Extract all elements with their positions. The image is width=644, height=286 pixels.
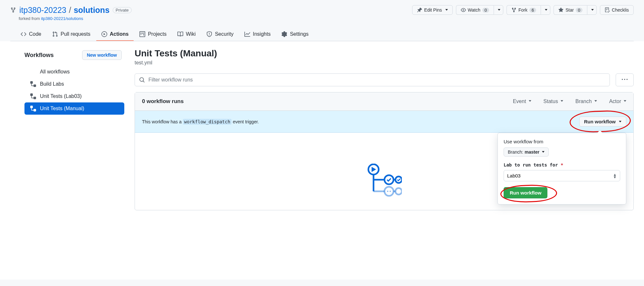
checklist-icon	[605, 7, 610, 13]
workflow-graph-icon	[366, 164, 402, 197]
sidebar-item-unit-tests-manual[interactable]: Unit Tests (Manual)	[24, 102, 124, 115]
search-icon	[139, 77, 145, 83]
graph-icon	[244, 31, 250, 37]
sidebar-item-label: Build Labs	[40, 81, 64, 87]
svg-point-8	[384, 187, 393, 196]
watch-label: Watch	[468, 7, 480, 13]
forked-from-link[interactable]: itp380-20221/solutions	[41, 16, 83, 21]
repo-slash: /	[69, 5, 71, 15]
star-icon	[558, 7, 564, 13]
run-workflow-button[interactable]: Run workflow	[579, 117, 626, 127]
private-badge: Private	[113, 7, 131, 13]
caret-down-icon	[497, 7, 500, 13]
runs-count: 0 workflow runs	[142, 98, 184, 105]
dispatch-banner: This workflow has a workflow_dispatch ev…	[135, 111, 633, 133]
watch-menu-button[interactable]	[494, 5, 503, 15]
workflow-icon	[30, 106, 36, 111]
git-pull-request-icon	[52, 31, 58, 37]
repo-title-row: itp380-20223 / solutions Private Edit Pi…	[10, 5, 634, 15]
lab-input-label: Lab to run tests for *	[504, 162, 620, 167]
branch-name: master	[525, 149, 539, 155]
repo-forked-icon	[511, 7, 516, 13]
repo-name-link[interactable]: solutions	[74, 5, 109, 15]
filter-event[interactable]: Event	[513, 99, 531, 104]
fork-label: Fork	[518, 7, 527, 13]
watch-button[interactable]: Watch 0	[456, 5, 494, 15]
workflow-title: Unit Tests (Manual)	[135, 48, 634, 59]
checklist-label: Checklis	[612, 7, 629, 13]
code-icon	[21, 31, 26, 37]
eye-icon	[461, 7, 466, 13]
shield-icon	[206, 31, 212, 37]
main-content: Unit Tests (Manual) test.yml 0 workflow …	[126, 41, 644, 280]
tab-wiki[interactable]: Wiki	[172, 28, 201, 41]
sidebar-item-all-workflows[interactable]: All workflows	[24, 66, 124, 78]
sidebar-item-unit-tests-lab03[interactable]: Unit Tests (Lab03)	[24, 90, 124, 102]
workflow-file: test.yml	[135, 60, 634, 66]
repo-owner-link[interactable]: itp380-20223	[19, 5, 66, 15]
tab-code[interactable]: Code	[15, 28, 46, 41]
star-label: Star	[565, 7, 574, 13]
svg-point-9	[387, 191, 388, 192]
new-workflow-button[interactable]: New workflow	[82, 50, 122, 60]
sidebar-item-build-labs[interactable]: Build Labs	[24, 78, 124, 90]
tab-actions[interactable]: Actions	[96, 28, 134, 41]
tab-pull-requests[interactable]: Pull requests	[47, 28, 96, 41]
filter-actor[interactable]: Actor	[609, 99, 626, 104]
run-workflow-submit-button[interactable]: Run workflow	[504, 187, 547, 198]
workflows-heading: Workflows	[24, 52, 54, 59]
more-options-button[interactable]	[616, 73, 634, 86]
workflows-sidebar: Workflows New workflow All workflows Bui…	[0, 41, 126, 280]
project-icon	[139, 31, 145, 37]
workflow-icon	[30, 81, 36, 87]
fork-button[interactable]: Fork 6	[507, 5, 541, 15]
forked-from: forked from itp380-20221/solutions	[10, 16, 634, 21]
star-count: 0	[576, 8, 582, 13]
svg-marker-1	[372, 167, 376, 172]
select-caret-icon: ▲▼	[610, 173, 620, 178]
caret-down-icon	[544, 7, 547, 13]
book-icon	[177, 31, 183, 37]
lab-select-input[interactable]: Lab03	[504, 170, 610, 181]
dispatch-code: workflow_dispatch	[183, 119, 232, 125]
fork-menu-button[interactable]	[541, 5, 550, 15]
svg-point-12	[395, 188, 402, 195]
sidebar-item-label: Unit Tests (Manual)	[40, 106, 84, 111]
run-workflow-popover: Use workflow from Branch: master Lab to …	[497, 133, 626, 205]
caret-down-icon	[590, 7, 594, 13]
watch-count: 0	[482, 8, 489, 13]
repo-header: itp380-20223 / solutions Private Edit Pi…	[0, 0, 644, 41]
edit-pins-button[interactable]: Edit Pins	[412, 5, 452, 15]
caret-down-icon	[444, 7, 448, 13]
play-icon	[101, 31, 107, 37]
gear-icon	[281, 31, 287, 37]
edit-pins-label: Edit Pins	[424, 7, 442, 13]
filter-status[interactable]: Status	[544, 99, 563, 104]
lab-select[interactable]: Lab03 ▲▼	[504, 170, 620, 181]
checklist-button[interactable]: Checklis	[600, 5, 634, 15]
tab-insights[interactable]: Insights	[239, 28, 276, 41]
repo-nav: Code Pull requests Actions Projects Wiki…	[10, 28, 634, 41]
sidebar-item-label: Unit Tests (Lab03)	[40, 93, 82, 99]
caret-down-icon	[541, 149, 545, 155]
star-button[interactable]: Star 0	[554, 5, 587, 15]
pin-icon	[417, 7, 422, 13]
filter-runs-input[interactable]	[135, 73, 610, 86]
runs-box: 0 workflow runs Event Status Branch Acto…	[135, 92, 634, 210]
dispatch-text: This workflow has a workflow_dispatch ev…	[142, 119, 259, 124]
branch-selector[interactable]: Branch: master	[504, 148, 549, 157]
caret-down-icon	[618, 119, 621, 124]
kebab-horizontal-icon	[622, 77, 628, 82]
tab-security[interactable]: Security	[201, 28, 239, 41]
workflow-icon	[30, 93, 36, 99]
fork-count: 6	[529, 8, 536, 13]
tab-settings[interactable]: Settings	[276, 28, 314, 41]
repo-actions: Edit Pins Watch 0 Fork 6	[412, 5, 634, 15]
filter-branch[interactable]: Branch	[575, 99, 597, 104]
star-menu-button[interactable]	[587, 5, 597, 15]
tab-projects[interactable]: Projects	[134, 28, 172, 41]
sidebar-item-label: All workflows	[40, 69, 70, 75]
repo-forked-icon	[10, 7, 16, 13]
use-workflow-from-label: Use workflow from	[504, 139, 620, 144]
svg-point-10	[390, 191, 391, 192]
